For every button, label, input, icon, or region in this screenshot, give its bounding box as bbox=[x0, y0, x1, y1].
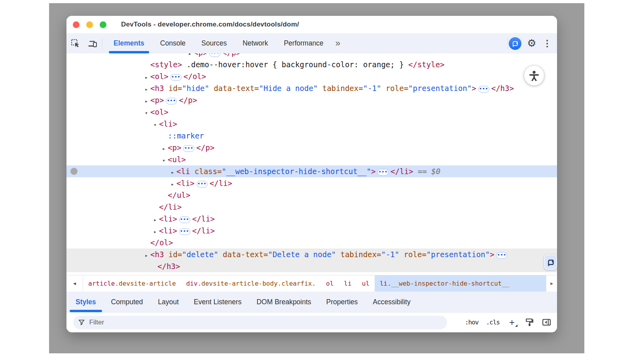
code-token-tag: </h3> bbox=[157, 262, 180, 271]
dom-tree-row[interactable]: ▸<p>•••</p> bbox=[66, 142, 557, 154]
dom-tree-row[interactable]: ▾<ol> bbox=[66, 106, 557, 118]
expand-arrow-icon[interactable]: ▸ bbox=[188, 53, 194, 59]
code-token-attr: role= bbox=[381, 84, 408, 93]
collapse-arrow-icon[interactable]: ▾ bbox=[145, 107, 150, 119]
dom-tree-row[interactable]: </li> bbox=[66, 201, 557, 213]
code-token-attr: id= bbox=[164, 250, 182, 259]
new-style-rule-button[interactable]: + bbox=[507, 318, 517, 326]
breadcrumb-item[interactable]: ul bbox=[357, 275, 375, 292]
dom-tree-row[interactable]: </h3> bbox=[66, 260, 557, 272]
expand-arrow-icon[interactable]: ▸ bbox=[162, 143, 168, 155]
breadcrumb-scroll-right-icon[interactable]: ▶ bbox=[546, 275, 557, 292]
dom-tree-row[interactable]: </ul> bbox=[66, 189, 557, 201]
expand-ellipsis-button[interactable]: ••• bbox=[197, 181, 208, 188]
code-token-val: "presentation" bbox=[426, 250, 490, 259]
expand-arrow-icon[interactable]: ▸ bbox=[171, 167, 176, 178]
expand-arrow-icon[interactable]: ▸ bbox=[145, 250, 150, 262]
tab-elements[interactable]: Elements bbox=[106, 33, 152, 53]
rendering-brush-icon[interactable] bbox=[524, 317, 534, 327]
code-token-val: "__web-inspector-hide-shortcut__" bbox=[222, 167, 371, 176]
expand-arrow-icon[interactable]: ▸ bbox=[145, 72, 150, 83]
code-token-val: "-1" bbox=[381, 250, 399, 259]
inspect-element-icon[interactable] bbox=[66, 33, 84, 53]
breadcrumb-item[interactable]: ol bbox=[321, 275, 339, 292]
dom-tree-row[interactable]: ::marker bbox=[66, 130, 557, 142]
tab-performance[interactable]: Performance bbox=[276, 33, 331, 53]
dom-tree-row[interactable]: ▸<li>•••</li> bbox=[66, 177, 557, 189]
expand-ellipsis-button[interactable]: ••• bbox=[166, 98, 177, 104]
dom-tree-row[interactable]: ▸<p>•••</p> bbox=[66, 53, 557, 59]
styles-sidebar-tabs: StylesComputedLayoutEvent ListenersDOM B… bbox=[66, 292, 557, 313]
page-background: DevTools - developer.chrome.com/docs/dev… bbox=[49, 3, 584, 353]
dom-tree-row[interactable]: <style> .demo--hover:hover { background-… bbox=[66, 59, 557, 70]
code-token-tag: <ol> bbox=[150, 72, 169, 81]
code-token-tag: <p> bbox=[168, 143, 181, 152]
sidebar-tab-styles[interactable]: Styles bbox=[68, 292, 104, 312]
dom-tree-row[interactable]: ▸<p>•••</p> bbox=[66, 272, 557, 275]
accessibility-person-icon[interactable] bbox=[524, 66, 544, 85]
sidebar-tab-computed[interactable]: Computed bbox=[104, 292, 151, 312]
code-token-attr: data-text= bbox=[218, 250, 268, 259]
code-token-val: "delete" bbox=[182, 250, 218, 259]
expand-arrow-icon[interactable]: ▸ bbox=[154, 214, 159, 226]
code-token-val: "presentation" bbox=[408, 84, 472, 93]
breadcrumb-item[interactable]: li bbox=[339, 275, 356, 292]
code-token-tag: <p> bbox=[150, 96, 164, 104]
expand-arrow-icon[interactable]: ▸ bbox=[145, 95, 150, 107]
sidebar-tab-properties[interactable]: Properties bbox=[319, 292, 366, 312]
expand-ellipsis-button[interactable]: ••• bbox=[171, 74, 182, 81]
device-toolbar-icon[interactable] bbox=[84, 33, 101, 53]
dom-tree-row[interactable]: ▸<h3 id="delete" data-text="Delete a nod… bbox=[66, 248, 557, 260]
sidebar-tab-dom-breakpoints[interactable]: DOM Breakpoints bbox=[249, 292, 318, 312]
collapse-arrow-icon[interactable]: ▾ bbox=[162, 155, 168, 167]
dom-tree-row-selected[interactable]: ▸<li class="__web-inspector-hide-shortcu… bbox=[66, 165, 557, 177]
code-token-tag: </p> bbox=[179, 96, 197, 104]
expand-arrow-icon[interactable]: ▸ bbox=[145, 83, 150, 95]
sidebar-tab-accessibility[interactable]: Accessibility bbox=[365, 292, 418, 312]
breadcrumb-item[interactable]: li.__web-inspector-hide-shortcut__ bbox=[375, 275, 546, 292]
expand-ellipsis-button[interactable]: ••• bbox=[377, 169, 389, 176]
expand-ellipsis-button[interactable]: ••• bbox=[496, 252, 507, 259]
tab-console[interactable]: Console bbox=[152, 33, 193, 53]
dom-tree-row[interactable]: ▸<li>•••</li> bbox=[66, 213, 557, 225]
expand-ellipsis-button[interactable]: ••• bbox=[179, 228, 190, 235]
breadcrumb-scroll-left-icon[interactable]: ◀ bbox=[66, 275, 83, 292]
breadcrumb-tag: li bbox=[380, 280, 387, 287]
dom-tree-row[interactable]: ▸<h3 id="hide" data-text="Hide a node" t… bbox=[66, 82, 557, 94]
expand-ellipsis-button[interactable]: ••• bbox=[478, 86, 489, 93]
breadcrumb-item[interactable]: article.devsite-article bbox=[83, 275, 181, 292]
close-window-button[interactable] bbox=[73, 21, 80, 28]
tab-network[interactable]: Network bbox=[235, 33, 276, 53]
expand-ellipsis-button[interactable]: ••• bbox=[209, 53, 220, 57]
toggle-element-state-button[interactable]: :hov bbox=[465, 318, 479, 326]
breadcrumb-item[interactable]: div.devsite-article-body.clearfix. bbox=[181, 275, 321, 292]
more-tabs-icon[interactable]: » bbox=[332, 33, 345, 53]
maximize-window-button[interactable] bbox=[100, 21, 106, 28]
expand-arrow-icon[interactable]: ▸ bbox=[171, 178, 176, 190]
settings-gear-icon[interactable]: ⚙ bbox=[525, 37, 539, 49]
kebab-menu-icon[interactable]: ⋮ bbox=[542, 38, 552, 49]
sidebar-tab-event-listeners[interactable]: Event Listeners bbox=[186, 292, 249, 312]
expand-ellipsis-button[interactable]: ••• bbox=[183, 145, 194, 152]
dom-tree-row[interactable]: ▸<li>•••</li> bbox=[66, 225, 557, 237]
tab-sources[interactable]: Sources bbox=[193, 33, 235, 53]
collapse-arrow-icon[interactable]: ▾ bbox=[154, 119, 159, 131]
toggle-sidebar-icon[interactable] bbox=[542, 317, 552, 327]
styles-filter-field[interactable] bbox=[73, 316, 447, 329]
minimize-window-button[interactable] bbox=[86, 21, 93, 28]
code-token-attr: tabindex= bbox=[318, 84, 363, 93]
expand-ellipsis-button[interactable]: ••• bbox=[179, 216, 190, 223]
expand-arrow-icon[interactable]: ▸ bbox=[145, 273, 150, 275]
dom-tree-row[interactable]: ▸<p>•••</p> bbox=[66, 94, 557, 106]
sidebar-tab-layout[interactable]: Layout bbox=[150, 292, 186, 312]
element-classes-button[interactable]: .cls bbox=[486, 318, 500, 326]
dom-tree-row[interactable]: ▾<li> bbox=[66, 118, 557, 130]
code-token-pseudo: ::marker bbox=[168, 131, 204, 140]
expand-arrow-icon[interactable]: ▸ bbox=[154, 226, 159, 238]
ai-assistant-mini-icon[interactable] bbox=[544, 254, 557, 270]
ai-assistant-icon[interactable] bbox=[509, 37, 521, 50]
dom-tree-row[interactable]: </ol> bbox=[66, 237, 557, 248]
dom-tree-row[interactable]: ▾<ul> bbox=[66, 154, 557, 165]
dom-tree-row[interactable]: ▸<ol>•••</ol> bbox=[66, 70, 557, 82]
filter-input[interactable] bbox=[89, 318, 442, 326]
